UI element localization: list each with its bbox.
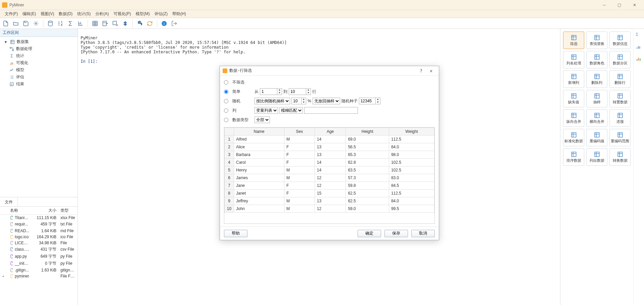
tool-del-row[interactable]: 删除行 — [609, 70, 631, 88]
tool-filter[interactable]: 筛选 — [563, 32, 584, 49]
menu-viz[interactable]: 可视化(P) — [111, 10, 133, 17]
ok-button[interactable]: 确定 — [358, 230, 381, 237]
file-row[interactable]: class.csv431 字节csv File — [0, 246, 78, 253]
radio-column[interactable] — [224, 108, 228, 113]
python-icon[interactable] — [136, 20, 143, 27]
table-row[interactable]: 8JanetF1562.5112.5 — [225, 190, 434, 197]
col-size-header[interactable]: 大小 — [32, 208, 58, 213]
tree-item-data-process[interactable]: 数据处理 — [9, 45, 78, 52]
table-check-icon[interactable] — [111, 20, 119, 27]
table-row[interactable]: 9JeffreyM1362.584.0 — [225, 197, 434, 205]
col-header[interactable]: Age — [315, 128, 346, 136]
tool-col-name[interactable]: 列名处理 — [563, 51, 584, 68]
col-header[interactable]: Sex — [284, 128, 315, 136]
table-grid-icon[interactable] — [91, 20, 99, 27]
table-row[interactable]: 7JaneF1259.884.5 — [225, 182, 434, 190]
tree-item-viz[interactable]: 可视化 — [9, 59, 78, 66]
col-header[interactable]: Weight — [389, 128, 434, 136]
table-row[interactable]: 10JohnM1259.099.5 — [225, 205, 434, 213]
file-row[interactable]: Titanic...111.15 KiBxlsx File — [0, 215, 78, 221]
tool-del-col[interactable]: 删除列 — [586, 70, 607, 88]
file-row[interactable]: READ...1.64 KiBmd File — [0, 228, 78, 234]
spin-from[interactable]: ▲▼ — [260, 88, 282, 95]
tool-recode-val[interactable]: 重编码值 — [586, 129, 607, 146]
new-file-icon[interactable] — [2, 20, 9, 27]
input-from[interactable] — [260, 89, 277, 95]
file-row[interactable]: requir...459 字节txt File — [0, 221, 78, 228]
select-match[interactable]: 模糊匹配 — [279, 107, 303, 114]
input-pct[interactable] — [292, 98, 301, 104]
tool-recode-range[interactable]: 重编码范围 — [609, 129, 631, 146]
input-seed[interactable] — [359, 98, 375, 104]
select-dtype[interactable]: 全部 — [255, 116, 270, 123]
file-tab[interactable]: 文件 — [0, 197, 18, 206]
col-header[interactable]: Height — [346, 128, 389, 136]
tool-transpose[interactable]: 转置数据 — [609, 90, 631, 107]
menu-file[interactable]: 文件(F) — [3, 10, 20, 17]
tree-item-result[interactable]: 结果 — [9, 81, 78, 88]
file-row[interactable]: logo.ico164.29 KiBico File — [0, 234, 78, 240]
save-button[interactable]: 保存 — [384, 230, 408, 237]
input-column-value[interactable] — [304, 107, 358, 114]
file-row[interactable]: ▸pyminerFile Folder — [0, 273, 78, 279]
spin-down-icon[interactable]: ▼ — [376, 101, 380, 104]
sigma-icon[interactable]: Σ — [636, 32, 642, 38]
spin-down-icon[interactable]: ▼ — [306, 92, 311, 95]
file-row[interactable]: .gitign...1.63 KiBgitignore Fi — [0, 267, 78, 273]
table-row[interactable]: 3BarbaraF1365.398.0 — [225, 151, 434, 159]
table-row[interactable]: 5HenryM1463.5102.5 — [225, 166, 434, 174]
radio-simple[interactable] — [224, 90, 228, 94]
tool-convert[interactable]: 转换数据 — [609, 148, 631, 166]
file-row[interactable]: app.py649 字节py File — [0, 253, 78, 260]
radio-none[interactable] — [224, 80, 228, 85]
info-icon[interactable]: i — [160, 20, 168, 27]
tree-item-stats[interactable]: Σ统计 — [9, 52, 78, 59]
menu-stats[interactable]: 统计(S) — [75, 10, 93, 17]
maximize-button[interactable]: ▢ — [612, 0, 627, 10]
console-area[interactable]: PyMiner Python 3.8.5 (tags/v3.8.5:580fbb… — [78, 29, 560, 305]
col-name-header[interactable]: 名称 — [8, 208, 32, 213]
table-row[interactable]: 2AliceF1356.584.0 — [225, 143, 434, 151]
tool-data-partition[interactable]: 数据分区 — [609, 51, 631, 68]
tool-data-info[interactable]: 数据信息 — [609, 32, 631, 49]
minimize-button[interactable]: ─ — [597, 0, 612, 10]
table-row[interactable]: 4CarolF1462.8102.5 — [225, 159, 434, 166]
select-random-method[interactable]: 按比例随机抽样 — [255, 98, 290, 104]
mini-chart-icon[interactable] — [636, 44, 642, 50]
tool-col-out[interactable]: 列出数据 — [586, 148, 607, 166]
tool-find-replace[interactable]: 查找替换 — [586, 32, 607, 49]
menu-model[interactable]: 模型(M) — [134, 10, 152, 17]
menu-eval[interactable]: 评估(Z) — [152, 10, 170, 17]
select-replace[interactable]: 无放回抽样 — [313, 98, 340, 104]
tool-data-role[interactable]: 数据角色 — [586, 51, 607, 68]
tool-v-merge[interactable]: 纵向合并 — [563, 109, 584, 127]
table-row[interactable]: 6JamesM1257.383.0 — [225, 174, 434, 182]
menu-data[interactable]: 数据(D) — [57, 10, 75, 17]
spin-to[interactable]: ▲▼ — [289, 88, 311, 95]
tool-normalize[interactable]: 标准化数据 — [563, 129, 584, 146]
col-type-header[interactable]: 类型 — [58, 208, 78, 213]
table-row[interactable]: 1AlfredM1469.0112.5 — [225, 136, 434, 143]
col-header[interactable]: Name — [234, 128, 284, 136]
menu-analysis[interactable]: 分析(A) — [93, 10, 111, 17]
settings-icon[interactable] — [32, 20, 40, 27]
exit-icon[interactable] — [171, 20, 178, 27]
file-row[interactable]: __init__...0 字节py File — [0, 260, 78, 267]
plugin-icon[interactable] — [122, 20, 129, 27]
close-button[interactable]: ✕ — [627, 0, 642, 10]
save-icon[interactable] — [22, 20, 30, 27]
dialog-close-icon[interactable]: ✕ — [426, 68, 436, 73]
spin-pct[interactable]: ▲▼ — [291, 98, 306, 104]
database-icon[interactable] — [47, 20, 54, 27]
refresh-icon[interactable] — [146, 20, 153, 27]
chart-icon[interactable] — [77, 20, 84, 27]
table-export-icon[interactable] — [101, 20, 109, 27]
tree-root-dataset[interactable]: ▾ 数据集 — [3, 38, 78, 45]
tree-item-model[interactable]: 模型 — [9, 66, 78, 73]
spin-seed[interactable]: ▲▼ — [359, 98, 380, 104]
tool-join[interactable]: 连接 — [609, 109, 631, 127]
help-button[interactable]: 帮助 — [224, 230, 247, 237]
tool-h-merge[interactable]: 横向合并 — [586, 109, 607, 127]
sigma-icon[interactable] — [67, 20, 74, 27]
select-var-list[interactable]: 变量列表 — [255, 107, 278, 114]
